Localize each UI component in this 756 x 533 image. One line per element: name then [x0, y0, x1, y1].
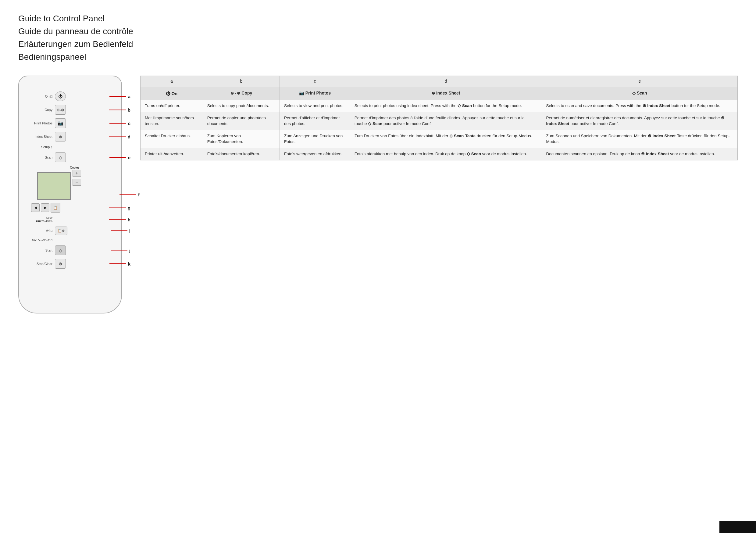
cell-en-c: Selects to view and print photos.	[280, 100, 350, 112]
cell-nl-e: Documenten scannen en opslaan. Druk op d…	[542, 148, 738, 160]
on-button[interactable]: ⏻	[55, 92, 66, 101]
print-photos-label: Print Photos	[28, 121, 52, 125]
header-print-photos: 📷 Print Photos	[280, 87, 350, 100]
col-letter-row: a b c d e	[141, 76, 738, 87]
a4-label: A4 □	[28, 229, 52, 232]
stop-label: Stop/Clear	[28, 262, 52, 266]
cell-en-e: Selects to scan and save documents. Pres…	[542, 100, 738, 112]
title-de: Erläuterungen zum Bedienfeld	[18, 38, 738, 51]
row-german: Schaltet Drucker ein/aus. Zum Kopieren v…	[141, 130, 738, 148]
panel-row-a4: A4 □ 📋⊛ i	[28, 227, 112, 235]
panel-row-index-sheet: Index Sheet ⊛ d	[28, 132, 112, 141]
main-content: On □ ⏻ a Copy ⊛·⊛ b Print Photos	[18, 76, 738, 314]
panel-row-stop: Stop/Clear ⊗ k	[28, 259, 112, 268]
letter-c: c	[128, 121, 130, 126]
col-btn-header-row: ⏻ On ⊛ · ⊛ Copy 📷 Print Photos ⊛ Index S…	[141, 87, 738, 100]
panel-row-start: Start ◇ j	[28, 245, 112, 255]
col-letter-b: b	[203, 76, 280, 87]
cell-nl-b: Foto's/documenten kopiëren.	[203, 148, 280, 160]
print-photos-button[interactable]: 📷	[55, 118, 66, 128]
start-button[interactable]: ◇	[55, 245, 66, 255]
lcd-screen	[37, 172, 71, 200]
col-letter-e: e	[542, 76, 738, 87]
panel-row-scan: Scan ◇ e	[28, 153, 112, 162]
minus-button[interactable]: −	[72, 179, 81, 186]
scan-button[interactable]: ◇	[55, 153, 66, 162]
info-table-wrap: a b c d e ⏻ On ⊛ · ⊛ Copy	[140, 76, 738, 160]
letter-h: h	[128, 217, 130, 222]
copy-icon: ⊛ · ⊛	[230, 91, 240, 96]
row-french: Met l'imprimante sous/hors tension. Perm…	[141, 112, 738, 130]
letter-g: g	[128, 205, 130, 210]
panel-row-copy-zoom: Copy■■■/25-400% h	[28, 216, 112, 223]
title-nl: Bedieningspaneel	[18, 51, 738, 64]
size-label: 10x15cm/4"x6" □	[28, 239, 52, 242]
cell-de-e: Zum Scannen und Speichern von Dokumenten…	[542, 130, 738, 148]
panel-row-on: On □ ⏻ a	[28, 92, 112, 101]
title-fr: Guide du panneau de contrôle	[18, 25, 738, 38]
header-index-sheet: ⊛ Index Sheet	[350, 87, 542, 100]
copies-section: Copies + − f	[28, 166, 112, 201]
control-panel-diagram: On □ ⏻ a Copy ⊛·⊛ b Print Photos	[18, 76, 122, 314]
nav-buttons: ◀ ▶ 📋	[31, 203, 60, 212]
print-photos-icon: 📷	[299, 91, 304, 96]
panel-row-setup: Setup ↕	[28, 145, 112, 149]
left-arrow-button[interactable]: ◀	[31, 203, 40, 212]
stop-button[interactable]: ⊗	[55, 259, 66, 268]
letter-k: k	[128, 261, 130, 266]
copy-header-label: Copy	[241, 91, 252, 96]
letter-e: e	[128, 155, 130, 160]
header-scan: ◇ Scan	[542, 87, 738, 100]
cell-en-b: Selects to copy photo/documents.	[203, 100, 280, 112]
cell-de-d: Zum Drucken von Fotos über ein Indexblat…	[350, 130, 542, 148]
col-letter-d: d	[350, 76, 542, 87]
panel-row-nav: ◀ ▶ 📋 g	[28, 203, 112, 212]
on-header-label: On	[172, 91, 177, 96]
panel-body: On □ ⏻ a Copy ⊛·⊛ b Print Photos	[18, 76, 122, 314]
cell-nl-d: Foto's afdrukken met behulp van een inde…	[350, 148, 542, 160]
a4-button[interactable]: 📋⊛	[55, 227, 68, 235]
cell-de-b: Zum Kopieren von Fotos/Dokumenten.	[203, 130, 280, 148]
ok-button[interactable]: 📋	[51, 203, 60, 212]
page-titles: Guide to Control Panel Guide du panneau …	[18, 12, 738, 64]
setup-label: Setup ↕	[28, 145, 52, 149]
cell-en-d: Selects to print photos using index shee…	[350, 100, 542, 112]
letter-i: i	[129, 228, 130, 233]
cell-fr-e: Permet de numériser et d'enregistrer des…	[542, 112, 738, 130]
on-label: On □	[28, 95, 52, 98]
print-photos-header-label: Print Photos	[306, 91, 331, 96]
scan-label: Scan	[28, 155, 52, 159]
copy-zoom-label: Copy■■■/25-400%	[28, 216, 52, 223]
index-sheet-button[interactable]: ⊛	[55, 132, 66, 141]
cell-fr-b: Permet de copier une photo/des documents…	[203, 112, 280, 130]
letter-b: b	[128, 107, 130, 113]
right-arrow-button[interactable]: ▶	[41, 203, 49, 212]
title-en: Guide to Control Panel	[18, 12, 738, 25]
scan-icon: ◇	[632, 91, 635, 96]
row-dutch: Printer uit-/aanzetten. Foto's/documente…	[141, 148, 738, 160]
panel-row-print-photos: Print Photos 📷 c	[28, 118, 112, 128]
letter-j: j	[129, 248, 130, 253]
header-copy: ⊛ · ⊛ Copy	[203, 87, 280, 100]
index-sheet-icon: ⊛	[432, 91, 435, 96]
letter-a: a	[128, 94, 130, 99]
scan-header-label: Scan	[637, 91, 647, 96]
index-sheet-header-label: Index Sheet	[436, 91, 460, 96]
cell-fr-a: Met l'imprimante sous/hors tension.	[141, 112, 203, 130]
col-letter-a: a	[141, 76, 203, 87]
panel-row-copy: Copy ⊛·⊛ b	[28, 105, 112, 115]
copy-button[interactable]: ⊛·⊛	[55, 105, 66, 115]
bottom-bar	[719, 521, 756, 533]
start-label: Start	[28, 248, 52, 252]
cell-fr-d: Permet d'imprimer des photos à l'aide d'…	[350, 112, 542, 130]
plus-button[interactable]: +	[72, 170, 81, 177]
info-table: a b c d e ⏻ On ⊛ · ⊛ Copy	[140, 76, 738, 160]
index-sheet-label: Index Sheet	[28, 135, 52, 138]
col-letter-c: c	[280, 76, 350, 87]
row-english: Turns on/off printer. Selects to copy ph…	[141, 100, 738, 112]
on-icon: ⏻	[166, 91, 171, 96]
cell-nl-a: Printer uit-/aanzetten.	[141, 148, 203, 160]
copies-label-text: Copies	[37, 166, 112, 169]
cell-fr-c: Permet d'afficher et d'imprimer des phot…	[280, 112, 350, 130]
letter-f: f	[138, 192, 140, 197]
